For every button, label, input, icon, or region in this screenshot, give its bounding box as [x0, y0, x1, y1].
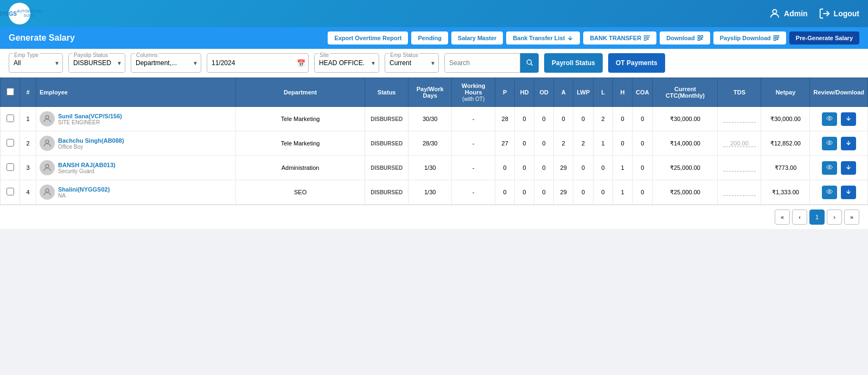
- row-coa: 0: [633, 107, 653, 131]
- logout-icon: [819, 8, 831, 20]
- tds-input[interactable]: [723, 164, 756, 171]
- emp-name-link[interactable]: BANSH RAJ(AB013): [58, 162, 116, 168]
- row-department: Administration: [236, 156, 365, 180]
- download-row-button[interactable]: [841, 161, 856, 175]
- row-p: 0: [495, 156, 515, 180]
- search-area: [444, 53, 539, 73]
- next-page-button[interactable]: ›: [827, 209, 842, 225]
- row-hd: 0: [515, 131, 534, 156]
- payslip-download-button[interactable]: Payslip Download: [713, 31, 786, 45]
- row-tds: [718, 107, 761, 131]
- view-button[interactable]: [822, 112, 837, 126]
- emp-name-link[interactable]: Bachchu Singh(AB088): [58, 137, 124, 144]
- view-button[interactable]: [822, 161, 837, 175]
- status-badge: DISBURSED: [371, 189, 403, 195]
- row-checkbox-1[interactable]: [7, 139, 14, 147]
- payslip-status-filter: Payslip Status DISBURSED ▼: [68, 53, 125, 73]
- pre-generate-salary-button[interactable]: Pre-Generate Salary: [789, 31, 859, 45]
- export-overtime-button[interactable]: Export Overtime Report: [328, 31, 408, 45]
- svg-point-21: [828, 166, 830, 168]
- svg-point-17: [828, 117, 830, 119]
- svg-rect-3: [647, 36, 649, 38]
- header-pay-work-days: Pay/Work Days: [409, 78, 452, 107]
- row-actions: [810, 107, 868, 131]
- row-hd: 0: [515, 107, 534, 131]
- header-lwp: LWP: [573, 78, 593, 107]
- row-checkbox-2[interactable]: [7, 163, 14, 171]
- svg-rect-11: [777, 36, 779, 38]
- emp-type-filter: Emp Type All ▼: [9, 53, 63, 73]
- tds-input[interactable]: [723, 140, 756, 147]
- emp-name-link[interactable]: Shalini(NYGGS02): [58, 186, 110, 193]
- table-row: 3 BANSH RAJ(AB013) Security Guard Admini…: [1, 156, 868, 180]
- site-filter: Site HEAD OFFICE. ▼: [314, 53, 379, 73]
- prev-page-button[interactable]: ‹: [792, 209, 807, 225]
- header-review-download: Review/Download: [810, 78, 868, 107]
- emp-subtitle: NA: [58, 193, 110, 199]
- download-row-icon: [845, 115, 852, 122]
- row-ctc: ₹25,000.00: [653, 156, 718, 180]
- row-lwp: 0: [573, 156, 593, 180]
- select-all-checkbox[interactable]: [7, 88, 14, 96]
- search-icon: [526, 59, 533, 66]
- first-page-button[interactable]: «: [775, 209, 790, 225]
- svg-point-16: [46, 116, 49, 119]
- row-pay-days: 1/30: [409, 156, 452, 180]
- row-status: DISBURSED: [365, 131, 409, 156]
- payroll-status-button[interactable]: Payroll Status: [544, 53, 603, 73]
- row-tds: [718, 156, 761, 180]
- logo-area: NYGGS AUTOMATION SUITE: [9, 3, 30, 24]
- svg-rect-2: [644, 36, 647, 38]
- row-h: 1: [613, 156, 633, 180]
- download-button[interactable]: Download: [660, 31, 710, 45]
- view-button[interactable]: [822, 186, 837, 199]
- download-row-button[interactable]: [841, 112, 856, 126]
- page-1-button[interactable]: 1: [809, 209, 825, 225]
- row-department: Tele Marketing: [236, 107, 365, 131]
- view-button[interactable]: [822, 137, 837, 150]
- date-input[interactable]: [207, 53, 309, 73]
- row-pay-days: 28/30: [409, 131, 452, 156]
- download-row-button[interactable]: [841, 137, 856, 150]
- page-title: Generate Salary: [9, 33, 75, 43]
- row-working-hours: -: [452, 180, 495, 205]
- row-checkbox-cell: [1, 180, 20, 205]
- svg-rect-13: [777, 39, 778, 40]
- toolbar: Generate Salary Export Overtime Report P…: [0, 27, 868, 49]
- ot-payments-button[interactable]: OT Payments: [608, 53, 665, 73]
- search-button[interactable]: [520, 53, 539, 73]
- tds-input[interactable]: [723, 116, 756, 123]
- row-coa: 0: [633, 156, 653, 180]
- row-a: 2: [554, 131, 573, 156]
- bank-transfer-button[interactable]: BANK TRANSFER: [583, 31, 656, 45]
- salary-master-button[interactable]: Salary Master: [451, 31, 503, 45]
- row-hd: 0: [515, 180, 534, 205]
- download-row-button[interactable]: [841, 186, 856, 199]
- salary-table: # Employee Department Status Pay/Work Da…: [0, 78, 868, 205]
- header-od: OD: [534, 78, 554, 107]
- emp-status-filter: Emp Status Current ▼: [385, 53, 439, 73]
- row-a: 29: [554, 180, 573, 205]
- header-num: #: [20, 78, 36, 107]
- row-a: 29: [554, 156, 573, 180]
- row-checkbox-0[interactable]: [7, 115, 14, 122]
- row-p: 0: [495, 180, 515, 205]
- svg-point-14: [527, 60, 531, 64]
- tds-input[interactable]: [723, 189, 756, 196]
- svg-rect-10: [774, 36, 776, 38]
- header-netpay: Netpay: [761, 78, 810, 107]
- row-checkbox-3[interactable]: [7, 188, 14, 195]
- avatar: [40, 160, 55, 175]
- row-netpay: ₹773.00: [761, 156, 810, 180]
- header-a: A: [554, 78, 573, 107]
- pending-button[interactable]: Pending: [411, 31, 448, 45]
- emp-name-link[interactable]: Sunil Sana(VCP/S/156): [58, 113, 122, 119]
- logout-button[interactable]: Logout: [819, 8, 859, 20]
- user-icon: [769, 8, 781, 20]
- header-employee: Employee: [36, 78, 236, 107]
- bank-transfer-list-button[interactable]: Bank Transfer List: [506, 31, 580, 45]
- search-input[interactable]: [444, 53, 520, 73]
- eye-icon: [826, 188, 833, 195]
- last-page-button[interactable]: »: [844, 209, 859, 225]
- status-badge: DISBURSED: [371, 116, 403, 122]
